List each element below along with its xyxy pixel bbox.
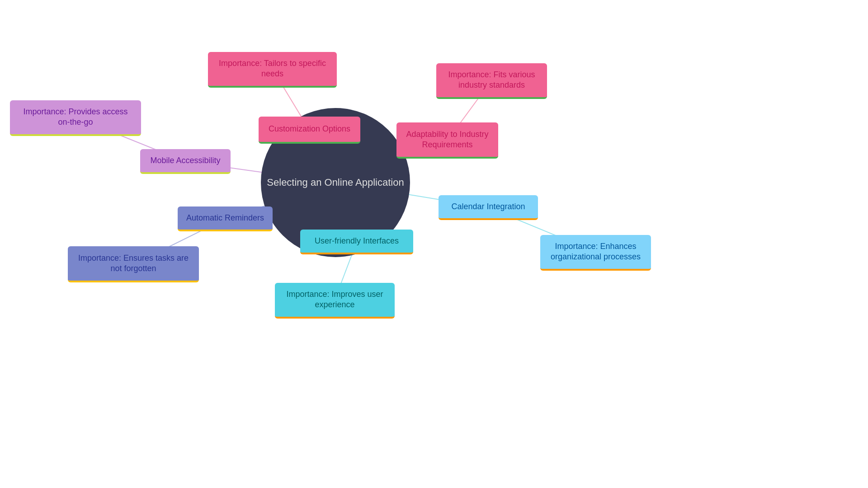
importance-tailors-node: Importance: Tailors to specific needs [208, 52, 337, 88]
auto-reminders-node: Automatic Reminders [178, 206, 273, 231]
mind-map: Selecting an Online Application Customiz… [0, 0, 868, 488]
calendar-node: Calendar Integration [439, 195, 538, 220]
adaptability-node: Adaptability to Industry Requirements [396, 122, 498, 159]
center-label: Selecting an Online Application [267, 177, 404, 188]
importance-access-node: Importance: Provides access on-the-go [10, 100, 141, 136]
customization-node: Customization Options [259, 117, 360, 144]
importance-tasks-node: Importance: Ensures tasks are not forgot… [68, 246, 199, 282]
importance-user-exp-node: Importance: Improves user experience [275, 283, 395, 319]
importance-industry-node: Importance: Fits various industry standa… [436, 63, 547, 99]
importance-org-node: Importance: Enhances organizational proc… [540, 235, 651, 271]
connections-svg [0, 0, 868, 488]
mobile-node: Mobile Accessibility [140, 149, 231, 174]
user-friendly-node: User-friendly Interfaces [300, 230, 413, 254]
